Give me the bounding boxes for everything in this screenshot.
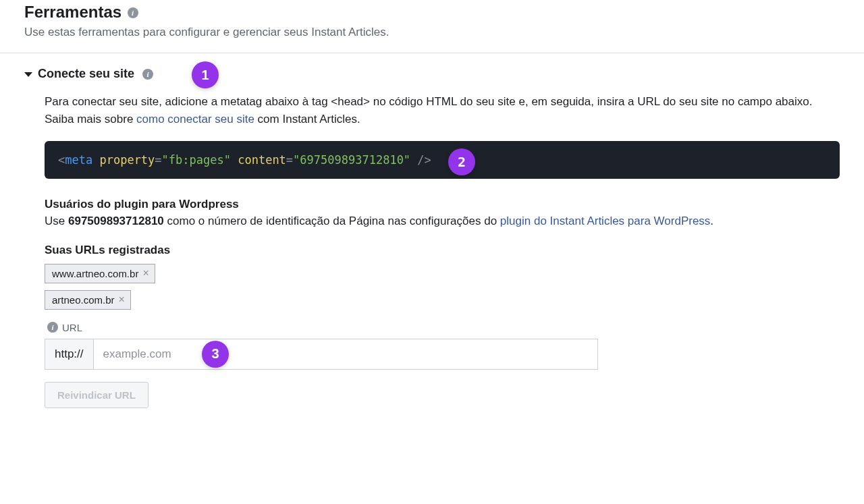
url-prefix: http:// — [45, 339, 94, 369]
page-id-value: 697509893712810 — [68, 215, 164, 227]
wordpress-heading: Usuários do plugin para Wordpress — [45, 198, 840, 211]
callout-badge-1: 1 — [192, 61, 219, 88]
url-input[interactable] — [94, 339, 597, 369]
section-header[interactable]: Conecte seu site i — [24, 67, 840, 81]
section-body: Para conectar seu site, adicione a metat… — [24, 93, 840, 408]
callout-badge-2: 2 — [448, 148, 475, 175]
claim-url-button[interactable]: Reivindicar URL — [45, 382, 148, 408]
section-title: Conecte seu site — [38, 67, 134, 81]
url-field-label-row: i URL — [45, 322, 840, 333]
info-icon[interactable]: i — [128, 7, 138, 18]
info-icon[interactable]: i — [142, 69, 153, 80]
code-attr-property: property — [99, 153, 155, 167]
url-input-group: 3 http:// — [45, 339, 598, 370]
page-subtitle: Use estas ferramentas para configurar e … — [24, 26, 840, 39]
wordpress-description: Use 697509893712810 como o número de ide… — [45, 213, 840, 230]
url-chip-label: www.artneo.com.br — [52, 268, 138, 279]
registered-urls-heading: Suas URLs registradas — [45, 244, 840, 257]
code-val-property: "fb:pages" — [162, 153, 231, 167]
info-icon[interactable]: i — [47, 322, 58, 333]
code-tag-name: meta — [65, 153, 92, 167]
connect-site-section: 1 Conecte seu site i Para conectar seu s… — [0, 53, 864, 408]
meta-tag-code-block: 2 <meta property="fb:pages" content="697… — [45, 141, 840, 179]
page-title: Ferramentas — [24, 3, 122, 22]
connect-site-link[interactable]: como conectar seu site — [136, 113, 254, 125]
code-val-content: "697509893712810" — [293, 153, 410, 167]
chevron-down-icon — [24, 72, 32, 77]
callout-badge-3: 3 — [202, 341, 229, 368]
url-label: URL — [62, 322, 82, 333]
desc-text-post: com Instant Articles. — [254, 113, 360, 125]
section-description: Para conectar seu site, adicione a metat… — [45, 93, 840, 128]
url-chip: artneo.com.br × — [45, 290, 131, 310]
wordpress-plugin-link[interactable]: plugin do Instant Articles para WordPres… — [500, 215, 711, 227]
close-icon[interactable]: × — [119, 294, 125, 305]
code-close-bracket: /> — [417, 153, 431, 167]
tools-header: Ferramentas i Use estas ferramentas para… — [0, 0, 864, 53]
close-icon[interactable]: × — [142, 268, 148, 279]
url-chip: www.artneo.com.br × — [45, 264, 155, 283]
code-open-bracket: < — [58, 153, 65, 167]
url-chip-label: artneo.com.br — [52, 294, 115, 306]
code-attr-content: content — [238, 153, 286, 167]
